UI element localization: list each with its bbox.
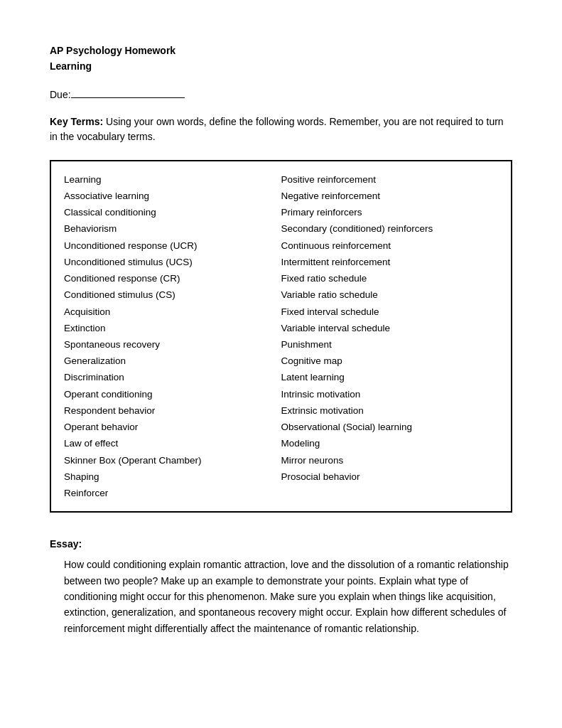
term-item: Acquisition	[64, 304, 281, 320]
due-line: Due:	[50, 89, 512, 100]
header-line1: AP Psychology Homework	[50, 43, 512, 58]
term-item: Operant behavior	[64, 419, 281, 435]
term-item: Primary reinforcers	[281, 204, 499, 220]
due-underline[interactable]	[71, 97, 185, 98]
term-item: Extinction	[64, 320, 281, 336]
term-item: Cognitive map	[281, 353, 499, 369]
terms-column-right: Positive reinforcementNegative reinforce…	[281, 171, 499, 501]
term-item: Extrinsic motivation	[281, 402, 499, 419]
due-label: Due:	[50, 89, 71, 100]
term-item: Variable interval schedule	[281, 320, 499, 336]
term-item: Intermittent reinforcement	[281, 254, 499, 270]
term-item: Mirror neurons	[281, 452, 499, 469]
essay-label: Essay:	[50, 538, 512, 550]
term-item: Fixed ratio schedule	[281, 270, 499, 287]
terms-column-left: LearningAssociative learningClassical co…	[64, 171, 281, 501]
page-header: AP Psychology Homework Learning	[50, 43, 512, 75]
term-item: Latent learning	[281, 369, 499, 385]
term-item: Continuous reinforcement	[281, 237, 499, 254]
term-item: Modeling	[281, 435, 499, 451]
term-item: Generalization	[64, 353, 281, 369]
header-line2: Learning	[50, 58, 512, 74]
term-item: Secondary (conditioned) reinforcers	[281, 220, 499, 237]
term-item: Observational (Social) learning	[281, 419, 499, 435]
term-item: Shaping	[64, 469, 281, 485]
term-item: Unconditioned stimulus (UCS)	[64, 254, 281, 270]
key-terms-intro: Key Terms: Using your own words, define …	[50, 114, 512, 144]
term-item: Fixed interval schedule	[281, 304, 499, 320]
term-item: Classical conditioning	[64, 204, 281, 220]
term-item: Unconditioned response (UCR)	[64, 237, 281, 254]
key-terms-bold: Key Terms:	[50, 116, 103, 127]
term-item: Conditioned stimulus (CS)	[64, 287, 281, 303]
term-item: Punishment	[281, 336, 499, 353]
term-item: Reinforcer	[64, 485, 281, 501]
term-item: Prosocial behavior	[281, 469, 499, 485]
term-item: Positive reinforcement	[281, 171, 499, 188]
term-item: Negative reinforcement	[281, 188, 499, 204]
term-item: Spontaneous recovery	[64, 336, 281, 353]
term-item: Associative learning	[64, 188, 281, 204]
term-item: Operant conditioning	[64, 386, 281, 402]
key-terms-text: Using your own words, define the followi…	[50, 116, 504, 142]
term-item: Conditioned response (CR)	[64, 270, 281, 287]
essay-section: Essay: How could conditioning explain ro…	[50, 538, 512, 636]
term-item: Discrimination	[64, 369, 281, 385]
term-item: Law of effect	[64, 435, 281, 451]
term-item: Skinner Box (Operant Chamber)	[64, 452, 281, 469]
term-item: Behaviorism	[64, 220, 281, 237]
essay-text: How could conditioning explain romantic …	[50, 557, 512, 636]
term-item: Intrinsic motivation	[281, 386, 499, 402]
term-item: Learning	[64, 171, 281, 188]
terms-box: LearningAssociative learningClassical co…	[50, 160, 512, 513]
term-item: Respondent behavior	[64, 402, 281, 419]
term-item: Variable ratio schedule	[281, 287, 499, 303]
